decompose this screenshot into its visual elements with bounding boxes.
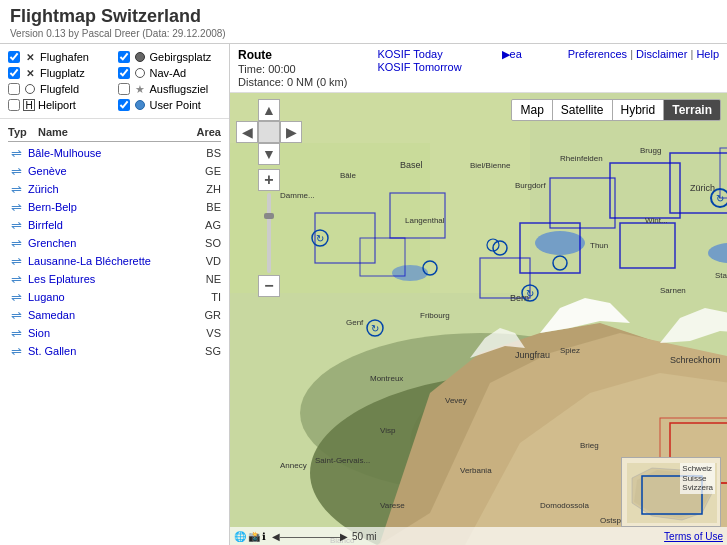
show-route-link[interactable]: ▶ea bbox=[502, 48, 522, 61]
map-type-terrain-btn[interactable]: Terrain bbox=[664, 100, 720, 120]
svg-text:Verbania: Verbania bbox=[460, 466, 492, 475]
airport-link[interactable]: Grenchen bbox=[28, 237, 76, 249]
list-item[interactable]: ⇌ Genève GE bbox=[8, 162, 221, 180]
filter-flugfeld[interactable]: Flugfeld bbox=[8, 82, 112, 96]
icon-info: ℹ bbox=[262, 531, 266, 542]
filter-gebirgsplatz[interactable]: Gebirgsplatz bbox=[118, 50, 222, 64]
app-header: Flightmap Switzerland Version 0.13 by Pa… bbox=[0, 0, 727, 44]
zoom-track[interactable] bbox=[267, 193, 271, 273]
terms-link[interactable]: Terms of Use bbox=[664, 531, 723, 542]
map-type-hybrid-btn[interactable]: Hybrid bbox=[613, 100, 665, 120]
zoom-out-btn[interactable]: − bbox=[258, 275, 280, 297]
filter-flugplatz-checkbox[interactable] bbox=[8, 67, 20, 79]
col-header-typ: Typ bbox=[8, 126, 34, 138]
airport-arrow-icon: ⇌ bbox=[11, 254, 22, 269]
filter-gebirgsplatz-checkbox[interactable] bbox=[118, 51, 130, 63]
filter-flughafen-checkbox[interactable] bbox=[8, 51, 20, 63]
filter-userpoint-checkbox[interactable] bbox=[118, 99, 130, 111]
svg-text:Burgdorf: Burgdorf bbox=[515, 181, 546, 190]
filter-ausflugsziel-checkbox[interactable] bbox=[118, 83, 130, 95]
svg-text:Domodossola: Domodossola bbox=[540, 501, 589, 510]
scale-distance: 50 mi bbox=[352, 531, 376, 542]
nav-left-btn[interactable]: ◀ bbox=[236, 121, 258, 143]
map-type-buttons: Map Satellite Hybrid Terrain bbox=[511, 99, 721, 121]
airport-link[interactable]: Lugano bbox=[28, 291, 65, 303]
list-item[interactable]: ⇌ Zürich ZH bbox=[8, 180, 221, 198]
filter-navad[interactable]: Nav-Ad bbox=[118, 66, 222, 80]
disclaimer-link[interactable]: Disclaimer bbox=[636, 48, 687, 60]
filter-navad-checkbox[interactable] bbox=[118, 67, 130, 79]
row-icon: ⇌ bbox=[8, 253, 24, 269]
row-icon: ⇌ bbox=[8, 325, 24, 341]
map-area: Route Time: 00:00 Distance: 0 NM (0 km) … bbox=[230, 44, 727, 545]
airport-rows: ⇌ Bâle-Mulhouse BS ⇌ Genève GE ⇌ Zürich … bbox=[8, 144, 221, 360]
map-container[interactable]: ↻ ↻ ↻ ↻ Zür bbox=[230, 93, 727, 545]
filter-flugfeld-checkbox[interactable] bbox=[8, 83, 20, 95]
nav-up-btn[interactable]: ▲ bbox=[258, 99, 280, 121]
airport-link[interactable]: St. Gallen bbox=[28, 345, 76, 357]
svg-text:Varese: Varese bbox=[380, 501, 405, 510]
filter-flughafen[interactable]: ✕ Flughafen bbox=[8, 50, 112, 64]
svg-text:Zürich: Zürich bbox=[690, 183, 715, 193]
row-icon: ⇌ bbox=[8, 235, 24, 251]
list-item[interactable]: ⇌ Bern-Belp BE bbox=[8, 198, 221, 216]
help-link[interactable]: Help bbox=[696, 48, 719, 60]
nav-center bbox=[258, 121, 280, 143]
kosif-tomorrow-link[interactable]: KOSIF Tomorrow bbox=[377, 61, 461, 73]
nav-empty-br bbox=[280, 143, 302, 165]
airport-link[interactable]: Zürich bbox=[28, 183, 59, 195]
svg-text:↻: ↻ bbox=[371, 323, 379, 334]
list-item[interactable]: ⇌ Grenchen SO bbox=[8, 234, 221, 252]
row-name: St. Gallen bbox=[28, 345, 187, 357]
mini-map[interactable]: SchweizSuisseSvizzera bbox=[621, 457, 721, 527]
kosif-today-link[interactable]: KOSIF Today bbox=[377, 48, 461, 60]
list-item[interactable]: ⇌ Lugano TI bbox=[8, 288, 221, 306]
row-name: Birrfeld bbox=[28, 219, 187, 231]
airport-link[interactable]: Lausanne-La Blécherette bbox=[28, 255, 151, 267]
airport-link[interactable]: Les Eplatures bbox=[28, 273, 95, 285]
zoom-slider-container: + − bbox=[258, 169, 280, 297]
filter-userpoint[interactable]: User Point bbox=[118, 98, 222, 112]
row-name: Grenchen bbox=[28, 237, 187, 249]
map-type-satellite-btn[interactable]: Satellite bbox=[553, 100, 613, 120]
filter-flugplatz[interactable]: ✕ Flugplatz bbox=[8, 66, 112, 80]
list-item[interactable]: ⇌ Sion VS bbox=[8, 324, 221, 342]
nav-empty-tl bbox=[236, 99, 258, 121]
svg-point-12 bbox=[535, 231, 585, 255]
route-links: KOSIF Today KOSIF Tomorrow bbox=[377, 48, 461, 73]
svg-text:Sarnen: Sarnen bbox=[660, 286, 686, 295]
airport-link[interactable]: Genève bbox=[28, 165, 67, 177]
map-type-map-btn[interactable]: Map bbox=[512, 100, 552, 120]
nav-right-btn[interactable]: ▶ bbox=[280, 121, 302, 143]
list-item[interactable]: ⇌ Birrfeld AG bbox=[8, 216, 221, 234]
list-item[interactable]: ⇌ Samedan GR bbox=[8, 306, 221, 324]
terms-link-container: Terms of Use bbox=[664, 531, 723, 542]
list-item[interactable]: ⇌ Les Eplatures NE bbox=[8, 270, 221, 288]
filter-gebirgsplatz-icon bbox=[133, 50, 147, 64]
filter-ausflugsziel-icon: ★ bbox=[133, 82, 147, 96]
svg-text:Rheinfelden: Rheinfelden bbox=[560, 154, 603, 163]
airport-link[interactable]: Birrfeld bbox=[28, 219, 63, 231]
airport-link[interactable]: Bâle-Mulhouse bbox=[28, 147, 101, 159]
filter-ausflugsziel[interactable]: ★ Ausflugsziel bbox=[118, 82, 222, 96]
list-item[interactable]: ⇌ Bâle-Mulhouse BS bbox=[8, 144, 221, 162]
filter-heliport[interactable]: H Heliport bbox=[8, 98, 112, 112]
list-item[interactable]: ⇌ St. Gallen SG bbox=[8, 342, 221, 360]
filter-flugfeld-label: Flugfeld bbox=[40, 83, 79, 95]
preferences-link[interactable]: Preferences bbox=[568, 48, 627, 60]
airport-link[interactable]: Samedan bbox=[28, 309, 75, 321]
nav-down-btn[interactable]: ▼ bbox=[258, 143, 280, 165]
svg-text:Wint...: Wint... bbox=[645, 216, 668, 225]
svg-text:Bâle: Bâle bbox=[340, 171, 357, 180]
list-item[interactable]: ⇌ Lausanne-La Blécherette VD bbox=[8, 252, 221, 270]
airport-link[interactable]: Sion bbox=[28, 327, 50, 339]
airport-link[interactable]: Bern-Belp bbox=[28, 201, 77, 213]
svg-text:Brieg: Brieg bbox=[580, 441, 599, 450]
list-header: Typ Name Area bbox=[8, 123, 221, 142]
zoom-in-btn[interactable]: + bbox=[258, 169, 280, 191]
row-icon: ⇌ bbox=[8, 289, 24, 305]
airport-arrow-icon: ⇌ bbox=[11, 200, 22, 215]
zoom-thumb[interactable] bbox=[264, 213, 274, 219]
filter-flugfeld-icon bbox=[23, 82, 37, 96]
filter-heliport-checkbox[interactable] bbox=[8, 99, 20, 111]
